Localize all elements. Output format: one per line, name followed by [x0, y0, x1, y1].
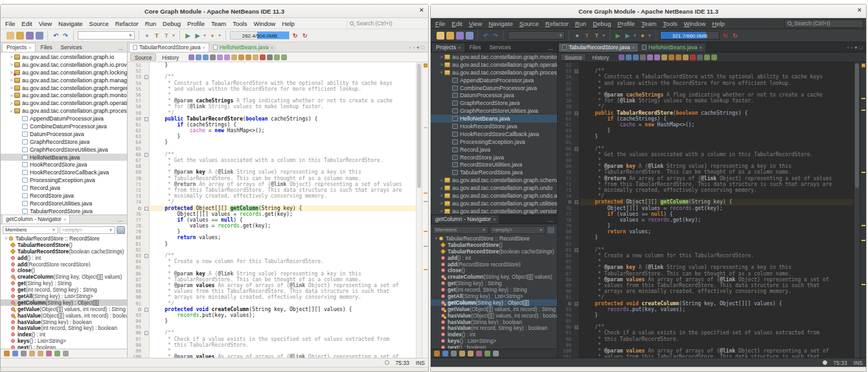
code-line[interactable]: 80 return values;	[128, 235, 416, 240]
menu-file[interactable]: File	[2, 20, 18, 27]
navigator-member-item[interactable]: add(RecordStore recordStore)	[1, 261, 127, 268]
menu-source[interactable]: Source	[516, 20, 542, 27]
code-line[interactable]: 88 * @param values An array of arrays of…	[128, 283, 416, 288]
window-close-icon[interactable]: ×	[858, 6, 862, 14]
code-line[interactable]: 72 * from this TabularRecordStore. This …	[558, 181, 854, 187]
navigator-member-item[interactable]: TabularRecordStore(boolean cacheStrings)	[1, 248, 127, 255]
navigator-member-item[interactable]: next() : boolean	[1, 344, 127, 349]
code-line[interactable]: 52	[128, 68, 416, 74]
code-line[interactable]: 60– public TabularRecordStore(boolean ca…	[558, 110, 854, 116]
menu-run[interactable]: Run	[572, 20, 589, 27]
code-line[interactable]: 61 if (cacheStrings) {	[128, 122, 416, 128]
tree-item[interactable]: >au.gov.asd.tac.constellation.graph.moni…	[431, 53, 557, 61]
code-line[interactable]: 65	[128, 146, 416, 152]
tree-item[interactable]: >au.gov.asd.tac.constellation.graph.vers…	[431, 207, 557, 215]
code-line[interactable]: 68 *	[558, 157, 854, 163]
show-non-public-icon[interactable]	[29, 351, 35, 356]
navigator-member-item[interactable]: getValue(Object[][] values, int record) …	[1, 306, 127, 312]
find-next-occurrence-icon[interactable]	[224, 54, 230, 60]
save-all-icon[interactable]	[36, 32, 43, 40]
navigator-member-item[interactable]: TabularRecordStore()	[431, 242, 557, 248]
history-view-button[interactable]: History	[588, 53, 613, 61]
sidebar-tab-projects[interactable]: Projects×	[432, 43, 464, 52]
code-line[interactable]: 58 * for {@link String} values to make l…	[128, 104, 416, 110]
code-line[interactable]: 66– /**	[558, 146, 854, 152]
code-line[interactable]: 53– /**	[128, 74, 416, 80]
tree-item[interactable]: >au.gov.asd.tac.constellation.graph.oper…	[1, 99, 127, 107]
stop-macro-icon[interactable]	[267, 54, 273, 60]
redo-icon[interactable]: ↷	[492, 32, 499, 40]
navigator-member-item[interactable]: getAll(String key) : List<String>	[431, 293, 557, 299]
menu-team[interactable]: Team	[208, 20, 229, 27]
tree-item[interactable]: RecordStoreUtilities.java	[1, 200, 127, 207]
fold-column[interactable]: –	[143, 152, 149, 157]
code-line[interactable]: 80 return values;	[558, 229, 854, 235]
code-line[interactable]: 81 }	[558, 235, 854, 240]
code-line[interactable]: 79 }	[558, 223, 854, 229]
history-view-button[interactable]: History	[157, 53, 183, 61]
menu-team[interactable]: Team	[638, 20, 659, 27]
tree-expander-icon[interactable]: >	[439, 178, 444, 183]
code-line[interactable]: 96– /**	[128, 330, 416, 336]
toggle-highlight-icon[interactable]	[661, 54, 667, 60]
code-line[interactable]: 79 }	[128, 229, 416, 235]
tree-item[interactable]: GraphRecordStore.java	[431, 99, 557, 107]
navigator-member-item[interactable]: hasValue(String key) : boolean	[1, 319, 127, 325]
editor-scrollbar[interactable]	[416, 62, 422, 358]
code-line[interactable]: 76 Object[][] values = records.get(key);	[558, 205, 854, 211]
tree-expander-icon[interactable]: >	[439, 201, 444, 205]
code-line[interactable]: 54 * Construct a TabularRecordStore with…	[128, 80, 416, 86]
code-line[interactable]: 59 */	[558, 104, 854, 110]
navigator-minimize-icon[interactable]: —	[548, 218, 556, 224]
uncomment-icon[interactable]	[281, 54, 287, 60]
search-box[interactable]: Search (Ctrl+I)	[347, 19, 426, 28]
tree-item[interactable]: >au.gov.asd.tac.constellation.graph.moni…	[1, 91, 127, 99]
menu-tools[interactable]: Tools	[229, 20, 250, 27]
members-scope-select[interactable]: Members▼	[433, 226, 488, 234]
find-previous-occurrence-icon[interactable]	[647, 54, 653, 60]
code-line[interactable]: 77 if (values == null) {	[558, 211, 854, 217]
fold-collapse-icon[interactable]: –	[144, 207, 148, 211]
menu-edit[interactable]: Edit	[448, 20, 465, 27]
clean-build-icon-dropdown[interactable]: ▼	[602, 34, 606, 38]
build-project-icon[interactable]: T	[583, 32, 591, 40]
tree-item[interactable]: DatumProcessor.java	[431, 91, 557, 99]
globe-icon[interactable]: ●	[573, 32, 581, 40]
code-line[interactable]: – protected void createColumn(String key…	[558, 301, 854, 307]
maximize-icon[interactable]: □	[421, 45, 424, 51]
code-line[interactable]: 53– /**	[558, 68, 854, 74]
code-line[interactable]: 78 values = records.get(key);	[128, 223, 416, 229]
back-icon[interactable]	[626, 54, 632, 60]
code-line[interactable]: 74 */	[558, 193, 854, 199]
sidebar-tab-files[interactable]: Files	[465, 43, 485, 52]
scrollbar-thumb[interactable]	[417, 64, 421, 188]
code-line[interactable]: 99 *	[558, 342, 854, 348]
record-macro-icon[interactable]	[690, 54, 696, 60]
globe-icon[interactable]: ●	[143, 32, 151, 40]
navigator-options-icon[interactable]	[547, 226, 555, 234]
tree-expander-icon[interactable]: >	[439, 209, 444, 213]
fully-qualified-names-icon[interactable]	[485, 351, 490, 356]
project-config-select[interactable]: ▼	[78, 31, 135, 40]
tree-item[interactable]: DatumProcessor.java	[1, 130, 127, 138]
code-line[interactable]: 57 * @param cacheStrings A flag indicati…	[558, 92, 854, 98]
navigator-tab[interactable]: getColumn - Navigator ×	[2, 215, 70, 224]
debug-project-icon[interactable]: ▶	[624, 32, 632, 40]
open-project-icon[interactable]	[26, 32, 34, 40]
fold-collapse-icon[interactable]: –	[575, 147, 578, 151]
fold-column[interactable]: –	[573, 199, 579, 205]
code-line[interactable]: 65	[558, 139, 854, 145]
code-line[interactable]: 56 *	[128, 92, 416, 98]
code-line[interactable]: 67 * Get the values associated with a co…	[558, 152, 854, 157]
fold-collapse-icon[interactable]: –	[575, 69, 578, 73]
new-file-icon[interactable]	[437, 32, 444, 40]
navigator-minimize-icon[interactable]: —	[118, 218, 126, 224]
previous-bookmark-icon[interactable]	[238, 54, 244, 60]
navigator-member-item[interactable]: keys() : List<String>	[1, 338, 127, 344]
tree-item[interactable]: TabularRecordStore.java	[1, 207, 127, 215]
tree-item[interactable]: CombineDatumProcessor.java	[1, 122, 127, 130]
fold-column[interactable]: –	[573, 324, 579, 330]
show-fields-icon[interactable]	[12, 351, 18, 356]
tree-item[interactable]: AppendDatumProcessor.java	[1, 115, 127, 122]
navigator-root-item[interactable]: >TabularRecordStore :: RecordStore	[1, 235, 127, 242]
